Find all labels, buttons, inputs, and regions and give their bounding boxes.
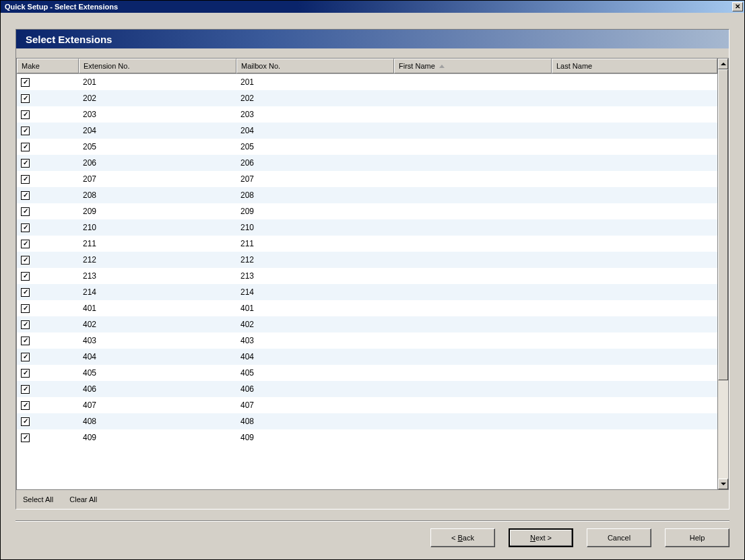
table-row[interactable]: 407407 [17,397,717,413]
select-all-button[interactable]: Select All [16,493,60,506]
table-row[interactable]: 202202 [17,90,717,106]
table-row[interactable]: 211211 [17,236,717,252]
row-checkbox[interactable] [21,94,30,103]
cell-first-name [394,284,552,300]
row-checkbox[interactable] [21,288,30,297]
table-row[interactable]: 208208 [17,187,717,203]
table-row[interactable]: 207207 [17,171,717,187]
row-checkbox[interactable] [21,143,30,151]
cell-mailbox: 201 [236,74,394,90]
cell-make [17,203,79,219]
row-checkbox[interactable] [21,175,30,184]
cell-first-name [394,252,552,268]
cell-last-name [552,236,717,252]
cell-make [17,90,79,106]
next-button[interactable]: Next > [509,528,573,547]
cell-extension: 207 [79,171,236,187]
table-row[interactable]: 209209 [17,203,717,219]
column-header-mailbox[interactable]: Mailbox No. [236,59,394,73]
scroll-thumb[interactable] [718,69,728,380]
cell-first-name [394,268,552,284]
row-checkbox[interactable] [21,78,30,87]
cell-extension: 202 [79,90,236,106]
cell-extension: 208 [79,187,236,203]
cell-first-name [394,300,552,316]
arrow-down-icon [721,483,726,485]
cell-first-name [394,316,552,332]
cell-make [17,429,79,446]
cell-mailbox: 402 [236,316,394,332]
cell-first-name [394,203,552,219]
grid-table: Make Extension No. Mailbox No. First Nam… [17,59,717,489]
row-checkbox[interactable] [21,159,30,168]
table-row[interactable]: 405405 [17,365,717,381]
cell-make [17,413,79,429]
table-row[interactable]: 210210 [17,219,717,236]
cell-extension: 209 [79,203,236,219]
cell-first-name [394,236,552,252]
row-checkbox[interactable] [21,417,30,426]
table-row[interactable]: 204204 [17,123,717,139]
table-row[interactable]: 402402 [17,316,717,332]
row-checkbox[interactable] [21,401,30,410]
cell-make [17,171,79,187]
table-row[interactable]: 401401 [17,300,717,316]
row-checkbox[interactable] [21,337,30,345]
cancel-button[interactable]: Cancel [587,528,651,547]
row-checkbox[interactable] [21,433,30,442]
back-button[interactable]: < Back [430,528,495,547]
cell-extension: 213 [79,268,236,284]
row-checkbox[interactable] [21,127,30,135]
cell-extension: 212 [79,252,236,268]
row-checkbox[interactable] [21,369,30,378]
row-checkbox[interactable] [21,256,30,265]
row-checkbox[interactable] [21,240,30,248]
help-button[interactable]: Help [665,528,730,547]
scroll-track[interactable] [718,69,728,479]
table-row[interactable]: 213213 [17,268,717,284]
table-row[interactable]: 203203 [17,106,717,123]
row-checkbox[interactable] [21,223,30,232]
row-checkbox[interactable] [21,304,30,313]
row-checkbox[interactable] [21,191,30,200]
column-header-extension[interactable]: Extension No. [79,59,236,73]
vertical-scrollbar[interactable] [717,59,728,489]
scroll-down-button[interactable] [718,479,728,489]
row-checkbox[interactable] [21,320,30,329]
row-checkbox[interactable] [21,385,30,394]
row-checkbox[interactable] [21,110,30,119]
scroll-up-button[interactable] [718,59,728,69]
cell-mailbox: 212 [236,252,394,268]
cell-mailbox: 210 [236,219,394,236]
row-checkbox[interactable] [21,272,30,281]
cell-extension: 401 [79,300,236,316]
table-row[interactable]: 201201 [17,74,717,90]
panel-title: Select Extensions [16,30,729,48]
close-button[interactable]: ✕ [732,2,743,11]
table-row[interactable]: 409409 [17,429,717,446]
cell-last-name [552,268,717,284]
table-row[interactable]: 403403 [17,332,717,349]
table-row[interactable]: 406406 [17,381,717,397]
table-row[interactable]: 408408 [17,413,717,429]
column-header-make[interactable]: Make [17,59,79,73]
column-header-first-name[interactable]: First Name [394,59,552,73]
column-header-last-name[interactable]: Last Name [552,59,717,73]
clear-all-button[interactable]: Clear All [63,493,104,506]
table-row[interactable]: 205205 [17,139,717,155]
row-checkbox[interactable] [21,207,30,216]
table-row[interactable]: 214214 [17,284,717,300]
cell-first-name [394,155,552,171]
cell-last-name [552,106,717,123]
table-row[interactable]: 206206 [17,155,717,171]
cell-last-name [552,155,717,171]
table-row[interactable]: 404404 [17,349,717,365]
row-checkbox[interactable] [21,353,30,361]
cell-last-name [552,349,717,365]
cell-last-name [552,397,717,413]
table-row[interactable]: 212212 [17,252,717,268]
cell-make [17,139,79,155]
cell-make [17,284,79,300]
cell-extension: 201 [79,74,236,90]
cell-make [17,123,79,139]
